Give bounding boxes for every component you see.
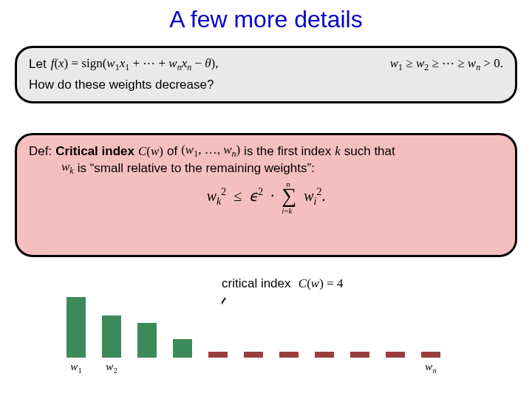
w-tuple: (w1, …, wn): [181, 143, 240, 160]
xlabel-6: [244, 361, 263, 378]
function-def: f(x) = sign(w1x1 + ⋯ + wnxn − θ),: [51, 55, 219, 73]
k-symbol: k: [335, 144, 341, 159]
xlabel-8: [315, 361, 334, 378]
xlabel-11: wn: [421, 361, 440, 378]
small-relative-text: is “small relative to the remaining weig…: [78, 161, 315, 176]
caption-Cw: C(w) = 4: [296, 276, 344, 291]
wk-symbol: wk: [61, 160, 74, 177]
chart-caption: critical index C(w) = 4: [222, 276, 343, 291]
definition-box: Def: Critical index C(w) of (w1, …, wn) …: [15, 133, 517, 257]
def-label: Def:: [29, 144, 52, 159]
such-that-text: such that: [344, 144, 395, 159]
xlabel-4: [173, 361, 192, 378]
weights-chart: critical index C(w) = 4 w1w2wn: [66, 296, 480, 384]
bar-11: [421, 352, 440, 358]
slide-title: A few more details: [0, 0, 532, 33]
xlabel-9: [350, 361, 369, 378]
is-first-text: is the first index: [244, 144, 331, 159]
critical-index-label: Critical index: [55, 144, 134, 159]
critical-index-formula: wk2 ≤ ϵ2 · n ∑ i=k wi2.: [29, 186, 503, 208]
bar-10: [386, 352, 405, 358]
xlabel-2: w2: [102, 361, 121, 378]
xlabel-7: [279, 361, 299, 378]
Cw-symbol: C(w): [138, 144, 163, 159]
premise-box: Let f(x) = sign(w1x1 + ⋯ + wnxn − θ), w1…: [15, 46, 517, 103]
of-word: of: [167, 144, 177, 159]
xlabel-3: [137, 361, 157, 378]
bar-9: [350, 352, 369, 358]
bar-2: [102, 316, 121, 358]
bar-4: [173, 339, 192, 358]
xlabel-1: w1: [66, 361, 86, 378]
bar-1: [66, 297, 86, 358]
bar-8: [315, 352, 334, 358]
caption-text: critical index: [222, 276, 291, 291]
question-text: How do these weights decrease?: [29, 78, 503, 92]
let-label: Let: [29, 57, 47, 72]
weight-ordering: w1 ≥ w2 ≥ ⋯ ≥ wn > 0.: [390, 55, 503, 73]
xlabel-5: [208, 361, 228, 378]
bar-3: [137, 323, 157, 358]
bar-7: [279, 352, 299, 358]
bar-6: [244, 352, 263, 358]
bar-5: [208, 352, 228, 358]
xlabel-10: [386, 361, 405, 378]
